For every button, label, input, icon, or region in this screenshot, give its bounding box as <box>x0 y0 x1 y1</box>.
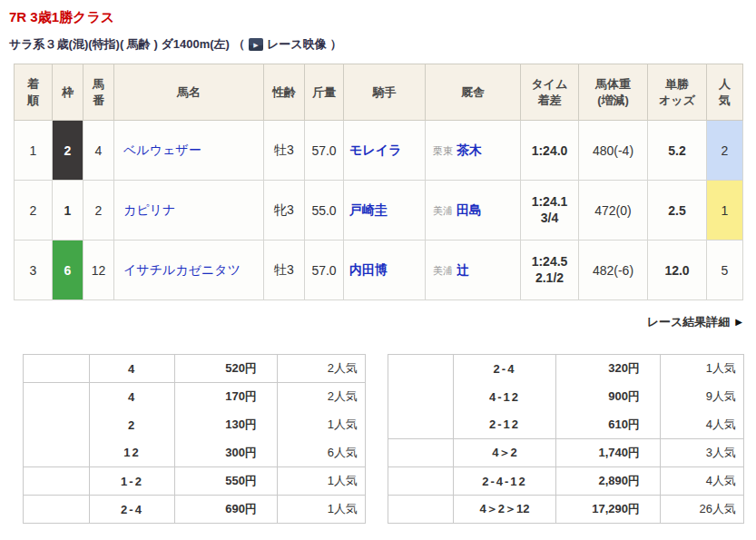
payout-row-wakuren: 枠連 1-2 550円 1人気 <box>24 467 366 496</box>
detail-link-row: レース結果詳細▶ <box>0 313 742 330</box>
bet-type-fukusho: 複勝 <box>24 383 90 467</box>
combo-cell: 2-4 <box>90 496 175 524</box>
trainer-link[interactable]: 茶木 <box>457 142 482 157</box>
stable-cell: 美浦辻 <box>426 241 521 300</box>
bet-type-sanrenpuku: 3連複 <box>388 467 454 496</box>
col-header-horse-name: 馬名 <box>114 64 264 121</box>
bet-type-wakuren: 枠連 <box>24 467 90 496</box>
popularity-cell: 1人気 <box>278 467 366 496</box>
race-header: 7R 3歳1勝クラス サラ系３歳(混)(特指)( 馬齢 ) ダ1400m(左) … <box>0 0 756 53</box>
popularity-cell: 2人気 <box>278 383 366 411</box>
rank-cell: 3 <box>15 241 53 300</box>
jockey-link[interactable]: モレイラ <box>349 142 401 157</box>
payout-table-left: 単勝 4 520円 2人気 複勝 4 170円 2人気 2 130円 1人気 1… <box>23 354 366 524</box>
popularity-cell: 4人気 <box>661 411 744 439</box>
sex-age-cell: 牝3 <box>264 181 305 241</box>
body-weight-cell: 482(-6) <box>579 241 648 300</box>
result-row-2: 2 1 2 カピリナ 牝3 55.0 戸崎圭 美浦田島 1:24.13/4 47… <box>15 181 743 241</box>
payout-row-sanrenpuku: 3連複 2-4-12 2,890円 4人気 <box>388 467 744 496</box>
odds-cell: 5.2 <box>648 121 707 181</box>
odds-cell: 12.0 <box>648 241 707 300</box>
stable-region: 美浦 <box>433 265 453 276</box>
body-weight-cell: 472(0) <box>579 181 648 241</box>
time-value: 1:24.5 <box>521 254 578 270</box>
amount-cell: 520円 <box>175 355 278 383</box>
stable-cell: 美浦田島 <box>426 181 521 241</box>
time-cell: 1:24.52.1/2 <box>521 241 579 300</box>
trainer-link[interactable]: 田島 <box>457 202 482 217</box>
race-video-link[interactable]: レース映像 <box>267 36 327 53</box>
body-weight-cell: 480(-4) <box>579 121 648 181</box>
col-header-weight: 斤量 <box>305 64 344 121</box>
weight-cell: 57.0 <box>305 241 344 300</box>
combo-cell: 4-12 <box>454 383 556 411</box>
jockey-cell: 戸崎圭 <box>344 181 426 241</box>
horse-number-cell: 2 <box>83 181 114 241</box>
bet-type-sanrentan: 3連単 <box>388 496 454 524</box>
jockey-link[interactable]: 戸崎圭 <box>349 202 388 217</box>
time-value: 1:24.1 <box>521 194 578 211</box>
col-header-stable: 厩舎 <box>426 64 521 121</box>
col-header-waku: 枠 <box>53 64 83 121</box>
popularity-cell: 3人気 <box>661 439 744 467</box>
stable-region: 栗東 <box>433 145 453 156</box>
bet-type-umaren: 馬連 <box>24 496 90 524</box>
popularity-cell: 2 <box>707 121 743 181</box>
amount-cell: 320円 <box>556 355 661 383</box>
col-header-time-margin: タイム 着差 <box>521 64 579 121</box>
rank-cell: 2 <box>15 181 53 241</box>
col-header-win-odds: 単勝 オッズ <box>648 64 707 121</box>
jockey-link[interactable]: 内田博 <box>349 262 388 277</box>
horse-name-cell: イサチルカゼニタツ <box>114 241 264 300</box>
combo-cell: 12 <box>90 439 175 467</box>
combo-cell: 2-4-12 <box>454 467 556 496</box>
result-row-1: 1 2 4 ベルウェザー 牡3 57.0 モレイラ 栗東茶木 1:24.0 48… <box>15 121 743 181</box>
waku-cell: 6 <box>53 241 83 300</box>
odds-cell: 2.5 <box>648 181 707 241</box>
sex-age-cell: 牡3 <box>264 121 305 181</box>
payout-section: 単勝 4 520円 2人気 複勝 4 170円 2人気 2 130円 1人気 1… <box>23 354 756 524</box>
time-cell: 1:24.0 <box>521 121 579 181</box>
amount-cell: 610円 <box>556 411 661 439</box>
popularity-cell: 1人気 <box>661 355 744 383</box>
col-header-jockey: 騎手 <box>344 64 426 121</box>
waku-cell: 2 <box>53 121 83 181</box>
amount-cell: 1,740円 <box>556 439 661 467</box>
payout-row-wide: ワイド 2-4 320円 1人気 <box>388 355 744 383</box>
margin-value: 2.1/2 <box>521 270 578 287</box>
results-header-row: 着 順 枠 馬 番 馬名 性齢 斤量 騎手 厩舎 タイム 着差 馬体重 (増減)… <box>15 64 743 121</box>
payout-row-tansho: 単勝 4 520円 2人気 <box>24 355 366 383</box>
amount-cell: 2,890円 <box>556 467 661 496</box>
stable-cell: 栗東茶木 <box>426 121 521 181</box>
time-cell: 1:24.13/4 <box>521 181 579 241</box>
amount-cell: 900円 <box>556 383 661 411</box>
paren-close: ） <box>329 36 341 53</box>
bet-type-wide: ワイド <box>388 355 454 439</box>
payout-row-sanrentan: 3連単 4＞2＞12 17,290円 26人気 <box>388 496 744 524</box>
amount-cell: 690円 <box>175 496 278 524</box>
video-play-icon: ▶ <box>249 38 263 51</box>
col-header-sex-age: 性齢 <box>264 64 305 121</box>
payout-row-fukusho: 複勝 4 170円 2人気 <box>24 383 366 411</box>
popularity-cell: 2人気 <box>278 355 366 383</box>
col-header-popularity: 人 気 <box>707 64 743 121</box>
col-header-rank: 着 順 <box>15 64 53 121</box>
horse-name-link[interactable]: ベルウェザー <box>123 142 201 157</box>
trainer-link[interactable]: 辻 <box>457 262 469 277</box>
payout-table-right: ワイド 2-4 320円 1人気 4-12 900円 9人気 2-12 610円… <box>388 354 744 524</box>
combo-cell: 2-4 <box>454 355 556 383</box>
race-result-detail-link[interactable]: レース結果詳細▶ <box>647 315 742 329</box>
bet-type-umatan: 馬単 <box>388 439 454 467</box>
payout-row-umaren: 馬連 2-4 690円 1人気 <box>24 496 366 524</box>
popularity-cell: 6人気 <box>278 439 366 467</box>
popularity-cell: 9人気 <box>661 383 744 411</box>
col-header-horse-number: 馬 番 <box>83 64 114 121</box>
combo-cell: 4＞2＞12 <box>454 496 556 524</box>
col-header-body-weight: 馬体重 (増減) <box>579 64 648 121</box>
combo-cell: 4＞2 <box>454 439 556 467</box>
horse-name-link[interactable]: カピリナ <box>123 202 175 217</box>
sex-age-cell: 牡3 <box>264 241 305 300</box>
amount-cell: 550円 <box>175 467 278 496</box>
horse-name-link[interactable]: イサチルカゼニタツ <box>123 262 241 277</box>
payout-row-umatan: 馬単 4＞2 1,740円 3人気 <box>388 439 744 467</box>
